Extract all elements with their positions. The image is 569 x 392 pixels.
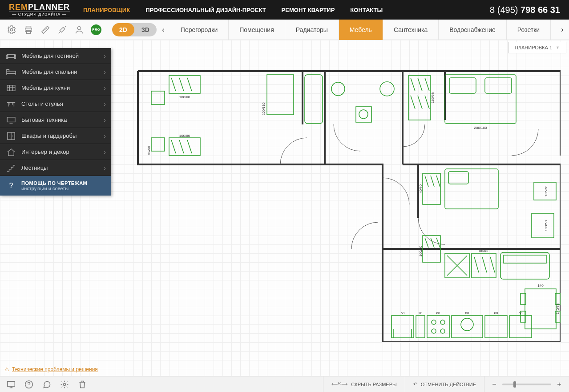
pro-badge[interactable]: PRO (91, 24, 101, 35)
sidebar-item-decor[interactable]: Интерьер и декор › (0, 144, 111, 160)
svg-text:100/70: 100/70 (419, 245, 423, 256)
svg-rect-26 (472, 253, 496, 278)
layout-selector[interactable]: ПЛАНИРОВКА 1 ▼ (508, 42, 566, 53)
sidebar-item-tables[interactable]: Столы и стулья › (0, 96, 111, 112)
svg-text:140/78: 140/78 (556, 303, 560, 314)
tabs-next[interactable]: › (556, 20, 569, 40)
svg-rect-29 (391, 316, 414, 338)
svg-point-14 (380, 82, 394, 96)
sidebar-item-wardrobes[interactable]: Шкафы и гардеробы › (0, 128, 111, 144)
sidebar-item-kitchen[interactable]: Мебель для кухни › (0, 80, 111, 96)
svg-rect-38 (485, 316, 507, 338)
svg-point-4 (77, 26, 81, 29)
sidebar-item-living[interactable]: Мебель для гостиной › (0, 48, 111, 64)
tech-issues-link[interactable]: ⚠ Технические проблемы и решения (4, 366, 98, 372)
svg-text:130/50: 130/50 (544, 220, 548, 231)
print-icon[interactable] (23, 24, 34, 35)
logo[interactable]: REMPLANNER — СТУДИЯ ДИЗАЙНА — (9, 3, 70, 17)
dimension-icon: ⟵⁸⁰⟶ (331, 382, 347, 387)
main-nav: ПЛАНИРОВЩИК ПРОФЕССИОНАЛЬНЫЙ ДИЗАЙН-ПРОЕ… (83, 7, 490, 13)
tab-outlets[interactable]: Розетки (507, 20, 551, 40)
zoom-out-button[interactable]: − (491, 380, 498, 388)
tabs-prev[interactable]: ‹ (157, 20, 170, 40)
svg-rect-21 (448, 172, 468, 184)
view-3d[interactable]: 3D (134, 23, 157, 36)
logo-subtitle: — СТУДИЯ ДИЗАЙНА — (9, 11, 70, 17)
svg-rect-3 (26, 30, 30, 33)
svg-rect-18 (485, 78, 512, 93)
svg-point-13 (359, 110, 368, 119)
chevron-right-icon: › (104, 100, 106, 108)
bottom-icons (0, 380, 93, 389)
undo-button[interactable]: ↶ ОТМЕНИТЬ ДЕЙСТВИЕ (405, 376, 484, 392)
home-icon (5, 148, 17, 156)
tool-icons: PRO (0, 24, 108, 35)
question-icon: ? (5, 182, 17, 190)
svg-text:20: 20 (419, 311, 423, 315)
tab-furniture[interactable]: Мебель (339, 20, 383, 40)
tools-icon[interactable] (57, 24, 68, 35)
svg-text:135/50: 135/50 (544, 185, 548, 196)
sidebar-item-stairs[interactable]: Лестницы › (0, 160, 111, 176)
svg-point-35 (440, 329, 445, 333)
view-2d[interactable]: 2D (112, 23, 134, 36)
nav-repair[interactable]: РЕМОНТ КВАРТИР (282, 7, 335, 13)
tab-walls[interactable]: Перегородки (170, 20, 229, 40)
sidebar-help[interactable]: ? ПОМОЩЬ ПО ЧЕРТЕЖАМ инструкции и советы (0, 176, 111, 196)
svg-point-37 (461, 318, 473, 331)
chevron-right-icon: › (104, 84, 106, 92)
zoom-slider[interactable] (502, 384, 551, 385)
hide-sizes-button[interactable]: ⟵⁸⁰⟶ СКРЫТЬ РАЗМЕРЫ (323, 376, 404, 392)
zoom-in-button[interactable]: + (556, 380, 563, 388)
svg-text:140: 140 (537, 284, 544, 288)
sidebar-item-appliances[interactable]: Бытовая техника › (0, 112, 111, 128)
svg-text:165/68: 165/68 (431, 92, 435, 103)
svg-rect-69 (7, 117, 15, 122)
zoom-control: − + (484, 376, 569, 392)
gear-icon[interactable] (60, 380, 69, 389)
stairs-icon (5, 164, 17, 172)
tab-radiators[interactable]: Радиаторы (285, 20, 339, 40)
svg-rect-16 (445, 75, 516, 124)
table-icon (5, 100, 17, 108)
ruler-icon[interactable] (40, 24, 51, 35)
svg-point-33 (440, 320, 445, 324)
chevron-right-icon: › (104, 164, 106, 172)
svg-text:60: 60 (494, 311, 498, 315)
svg-text:100/60: 100/60 (179, 95, 190, 99)
svg-text:100/80: 100/80 (179, 134, 190, 138)
svg-rect-30 (416, 316, 425, 338)
svg-rect-23 (532, 213, 554, 238)
floorplan[interactable]: 100/60 200/110 100/80 60/96 165/68 200/1… (133, 67, 561, 342)
svg-rect-7 (151, 138, 165, 151)
nav-planner[interactable]: ПЛАНИРОВЩИК (83, 7, 130, 13)
chevron-right-icon: › (104, 68, 106, 76)
zoom-thumb[interactable] (513, 381, 516, 388)
tab-plumbing[interactable]: Сантехника (383, 20, 439, 40)
nav-design[interactable]: ПРОФЕССИОНАЛЬНЫЙ ДИЗАЙН-ПРОЕКТ (145, 7, 266, 13)
logo-planner: PLANNER (28, 3, 70, 12)
trash-icon[interactable] (77, 380, 87, 389)
svg-rect-64 (7, 54, 15, 57)
header: REMPLANNER — СТУДИЯ ДИЗАЙНА — ПЛАНИРОВЩИ… (0, 0, 569, 20)
toolbar: PRO 2D 3D ‹ Перегородки Помещения Радиат… (0, 20, 569, 40)
svg-text:200/180: 200/180 (474, 126, 487, 130)
sidebar-item-bedroom[interactable]: Мебель для спальни › (0, 64, 111, 80)
tab-water[interactable]: Водоснабжение (439, 20, 507, 40)
svg-rect-67 (7, 71, 16, 74)
svg-point-11 (331, 82, 345, 96)
user-icon[interactable] (74, 24, 85, 35)
chat-icon[interactable] (42, 380, 52, 389)
tab-rooms[interactable]: Помещения (229, 20, 285, 40)
bottom-bar: ⟵⁸⁰⟶ СКРЫТЬ РАЗМЕРЫ ↶ ОТМЕНИТЬ ДЕЙСТВИЕ … (0, 376, 569, 392)
bed-icon (5, 68, 17, 76)
sofa-icon (5, 52, 17, 60)
chevron-right-icon: › (104, 52, 106, 60)
category-tabs: Перегородки Помещения Радиаторы Мебель С… (170, 20, 556, 40)
help-icon[interactable] (24, 380, 34, 389)
nav-contacts[interactable]: КОНТАКТЫ (350, 7, 383, 13)
chevron-right-icon: › (104, 116, 106, 124)
settings-icon[interactable] (6, 24, 17, 35)
screen-icon[interactable] (6, 380, 16, 389)
svg-rect-20 (445, 169, 498, 209)
